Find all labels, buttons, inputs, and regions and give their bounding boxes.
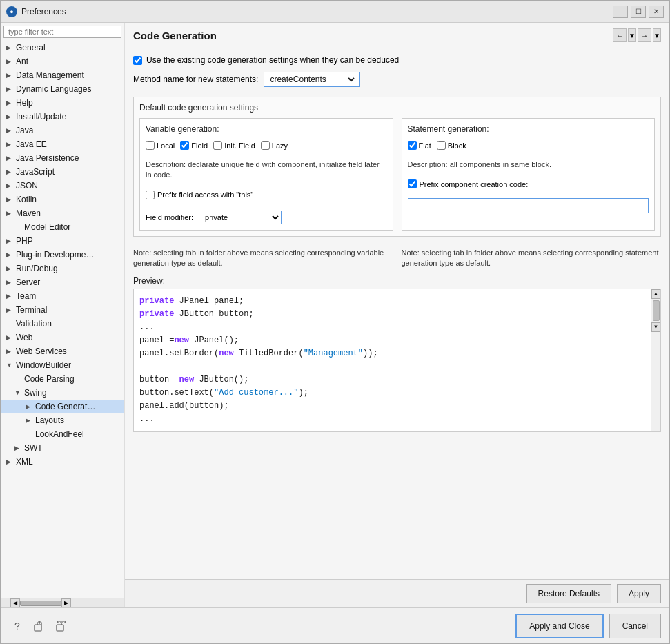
code-text: button.setText( (139, 387, 214, 399)
sidebar-item-windowbuilder[interactable]: ▼ WindowBuilder (1, 358, 124, 372)
apply-button[interactable]: Apply (617, 584, 661, 603)
field-modifier-label: Field modifier: (146, 213, 193, 222)
sidebar-item-label: XML (16, 457, 33, 467)
scroll-down-button[interactable]: ▼ (651, 322, 661, 332)
apply-and-close-button[interactable]: Apply and Close (515, 614, 603, 638)
nav-forward-dropdown[interactable]: ▼ (653, 28, 661, 42)
code-line-9: ... (139, 413, 648, 425)
sidebar-item-kotlin[interactable]: ▶ Kotlin (1, 193, 124, 206)
use-existing-checkbox[interactable] (133, 56, 142, 65)
sidebar-item-server[interactable]: ▶ Server (1, 275, 124, 289)
code-text: ... (139, 413, 155, 425)
method-select-container[interactable]: createContents createContent initCompone… (264, 72, 360, 87)
import-icon[interactable] (53, 618, 70, 634)
sidebar-item-php[interactable]: ▶ PHP (1, 234, 124, 248)
init-field-option[interactable]: Init. Field (213, 141, 255, 150)
sidebar-item-validation[interactable]: Validation (1, 317, 124, 331)
nav-back-dropdown[interactable]: ▼ (628, 28, 636, 42)
scroll-right-button[interactable]: ▶ (61, 598, 71, 608)
arrow-icon: ▶ (6, 251, 14, 258)
sidebar-item-run-debug[interactable]: ▶ Run/Debug (1, 262, 124, 275)
code-text: button = (139, 373, 179, 386)
nav-forward-button[interactable]: → (638, 28, 651, 42)
sidebar-item-model-editor[interactable]: Model Editor (1, 220, 124, 234)
sidebar-item-java-persistence[interactable]: ▶ Java Persistence (1, 151, 124, 165)
scrollbar-thumb[interactable] (20, 601, 61, 606)
restore-defaults-button[interactable]: Restore Defaults (526, 584, 611, 603)
cancel-button[interactable]: Cancel (609, 614, 661, 638)
scroll-up-button[interactable]: ▲ (651, 289, 661, 299)
sidebar-item-lookandfeel[interactable]: LookAndFeel (1, 427, 124, 441)
sidebar-item-code-generation[interactable]: ▶ Code Generat… (1, 400, 124, 413)
sidebar-item-dynamic-languages[interactable]: ▶ Dynamic Languages (1, 82, 124, 96)
sidebar-item-label: Ant (16, 57, 28, 66)
window-controls: — ☐ ✕ (613, 6, 664, 18)
sidebar-item-ant[interactable]: ▶ Ant (1, 55, 124, 68)
sidebar-item-layouts[interactable]: ▶ Layouts (1, 413, 124, 427)
keyword: private (139, 308, 174, 320)
sidebar-item-maven[interactable]: ▶ Maven (1, 206, 124, 220)
prefix-component-label: Prefix component creation code: (420, 180, 529, 188)
block-option[interactable]: Block (437, 141, 466, 150)
sidebar-item-install-update[interactable]: ▶ Install/Update (1, 110, 124, 124)
method-select[interactable]: createContents createContent initCompone… (267, 74, 357, 85)
prefix-input[interactable] (408, 198, 649, 213)
prefix-component-checkbox[interactable] (408, 179, 417, 188)
lazy-option[interactable]: Lazy (261, 141, 288, 150)
field-checkbox[interactable] (180, 141, 189, 150)
local-option[interactable]: Local (146, 141, 175, 150)
sidebar-item-javascript[interactable]: ▶ JavaScript (1, 165, 124, 179)
arrow-icon: ▶ (6, 72, 14, 79)
preview-scrollbar[interactable]: ▲ ▼ (651, 289, 660, 431)
arrow-icon: ▶ (14, 445, 23, 451)
prefix-component-row: Prefix component creation code: (408, 179, 649, 188)
preview-box[interactable]: private JPanel panel; private JButton bu… (133, 289, 661, 432)
sidebar-item-java-ee[interactable]: ▶ Java EE (1, 137, 124, 151)
field-label: Field (191, 142, 208, 150)
sidebar-item-java[interactable]: ▶ Java (1, 124, 124, 137)
close-button[interactable]: ✕ (649, 6, 664, 18)
sidebar-item-code-parsing[interactable]: Code Parsing (1, 372, 124, 386)
block-checkbox[interactable] (437, 141, 446, 150)
lazy-checkbox[interactable] (261, 141, 270, 150)
window-title: Preferences (21, 7, 609, 17)
flat-option[interactable]: Flat (408, 141, 431, 150)
sidebar-item-json[interactable]: ▶ JSON (1, 179, 124, 193)
sidebar-item-data-management[interactable]: ▶ Data Management (1, 68, 124, 82)
scrollbar-thumb[interactable] (653, 300, 660, 321)
export-icon[interactable] (31, 618, 48, 634)
sidebar-item-label: Swing (24, 388, 47, 398)
flat-label: Flat (419, 142, 431, 150)
sidebar-item-team[interactable]: ▶ Team (1, 289, 124, 303)
app-icon: ● (6, 6, 17, 17)
arrow-icon: ▶ (6, 348, 14, 355)
sidebar-item-xml[interactable]: ▶ XML (1, 455, 124, 469)
arrow-icon: ▶ (6, 293, 14, 300)
sidebar-item-terminal[interactable]: ▶ Terminal (1, 303, 124, 317)
sidebar-item-web[interactable]: ▶ Web (1, 331, 124, 344)
prefix-this-checkbox[interactable] (146, 191, 155, 199)
sidebar-item-help[interactable]: ▶ Help (1, 96, 124, 110)
sidebar-item-swing[interactable]: ▼ Swing (1, 386, 124, 400)
field-modifier-select[interactable]: private protected public package (199, 211, 282, 224)
scroll-left-button[interactable]: ◀ (10, 598, 20, 608)
code-line-8: panel.add(button); (139, 400, 648, 412)
flat-checkbox[interactable] (408, 141, 417, 150)
init-field-checkbox[interactable] (213, 141, 222, 150)
sidebar-item-web-services[interactable]: ▶ Web Services (1, 344, 124, 358)
arrow-icon: ▼ (14, 389, 23, 396)
field-option[interactable]: Field (180, 141, 208, 150)
help-icon[interactable]: ? (9, 618, 26, 634)
sidebar-item-plugin-development[interactable]: ▶ Plug-in Developme… (1, 248, 124, 262)
sidebar-item-general[interactable]: ▶ General (1, 41, 124, 55)
panel-title: Code Generation (133, 30, 217, 41)
nav-back-button[interactable]: ← (613, 28, 627, 42)
default-settings-box: Default code generation settings Variabl… (133, 97, 661, 237)
sidebar-item-label: Web Services (16, 347, 67, 356)
maximize-button[interactable]: ☐ (631, 6, 646, 18)
filter-input[interactable] (3, 26, 121, 38)
local-checkbox[interactable] (146, 141, 155, 150)
sidebar-item-swt[interactable]: ▶ SWT (1, 441, 124, 455)
minimize-button[interactable]: — (613, 6, 628, 18)
keyword: new (219, 347, 234, 360)
